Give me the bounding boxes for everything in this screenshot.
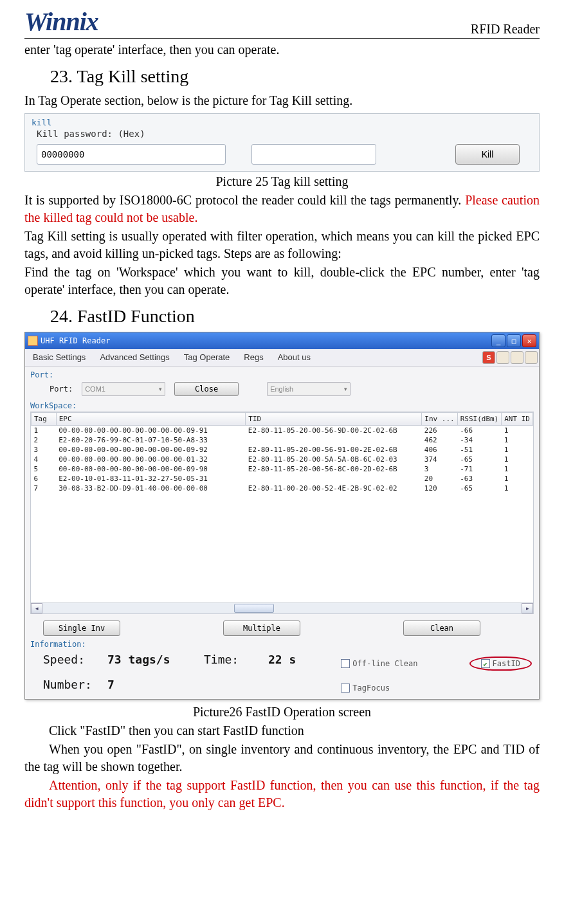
header-right: RFID Reader	[471, 22, 540, 37]
cell-tid: E2-80-11-05-20-00-5A-5A-0B-6C-02-03	[246, 455, 422, 464]
workspace-table-wrap: TagEPCTIDInv ...RSSI(dBm)ANT ID 100-00-0…	[30, 412, 534, 614]
cell-inv: 20	[422, 474, 457, 484]
checkbox-icon	[341, 659, 350, 668]
column-header[interactable]: Tag	[32, 413, 57, 426]
speed-label: Speed:	[43, 653, 101, 666]
maximize-button[interactable]: □	[507, 334, 521, 347]
section-24-heading: 24. FastID Function	[50, 306, 540, 327]
multiple-button[interactable]: Multiple	[223, 621, 300, 636]
cell-epc: 00-00-00-00-00-00-00-00-00-00-09-92	[56, 445, 246, 455]
picture25-caption: Picture 25 Tag kill setting	[24, 174, 540, 189]
single-inv-button[interactable]: Single Inv	[43, 621, 120, 636]
cell-epc: 00-00-00-00-00-00-00-00-00-00-01-32	[56, 455, 246, 464]
workspace-label: WorkSpace:	[30, 401, 534, 410]
picture26-caption: Picture26 FastID Operation screen	[24, 705, 540, 720]
cell-rssi: -66	[457, 426, 502, 436]
cell-tag: 3	[32, 445, 57, 455]
cell-tid: E2-80-11-00-20-00-52-4E-2B-9C-02-02	[246, 484, 422, 493]
port-close-button[interactable]: Close	[174, 382, 239, 396]
scroll-right-arrow[interactable]: ▸	[522, 603, 533, 613]
kill-button[interactable]: Kill	[455, 144, 520, 165]
ime-icon[interactable]: S	[482, 351, 495, 364]
cell-inv: 3	[422, 464, 457, 474]
cell-rssi: -71	[457, 464, 502, 474]
fastid-highlight-ellipse: ✔FastID	[469, 657, 532, 671]
table-row[interactable]: 300-00-00-00-00-00-00-00-00-00-09-92E2-8…	[32, 445, 533, 455]
page-header: Winnix RFID Reader	[24, 6, 540, 39]
cell-tag: 7	[32, 484, 57, 493]
menu-tag-operate[interactable]: Tag Operate	[177, 351, 237, 364]
information-label: Information:	[30, 640, 534, 649]
speed-value: 73 tags/s	[107, 653, 197, 666]
horizontal-scrollbar[interactable]: ◂ ▸	[31, 602, 533, 613]
column-header[interactable]: RSSI(dBm)	[457, 413, 502, 426]
fastid-label: FastID	[493, 659, 520, 668]
tray-icon-3[interactable]	[525, 351, 538, 364]
cell-ant: 1	[502, 455, 533, 464]
cell-tid: E2-80-11-05-20-00-56-91-00-2E-02-6B	[246, 445, 422, 455]
cell-inv: 226	[422, 426, 457, 436]
cell-epc: 30-08-33-B2-DD-D9-01-40-00-00-00-00	[56, 484, 246, 493]
menu-basic-settings[interactable]: Basic Settings	[26, 351, 92, 364]
language-select[interactable]: English▾	[267, 382, 350, 396]
column-header[interactable]: ANT ID	[502, 413, 533, 426]
cell-tid	[246, 435, 422, 445]
column-header[interactable]: Inv ...	[422, 413, 457, 426]
sec23-p2: Tag Kill setting is usually operated wit…	[24, 228, 540, 262]
cell-epc: 00-00-00-00-00-00-00-00-00-00-09-91	[56, 426, 246, 436]
kill-secondary-input[interactable]	[251, 144, 376, 165]
table-row[interactable]: 100-00-00-00-00-00-00-00-00-00-09-91E2-8…	[32, 426, 533, 436]
port-group-label: Port:	[30, 370, 534, 379]
app-window: UHF RFID Reader _ □ ✕ Basic SettingsAdva…	[24, 332, 540, 700]
tray-icon-1[interactable]	[496, 351, 509, 364]
column-header[interactable]: EPC	[56, 413, 246, 426]
section-23-heading: 23. Tag Kill setting	[50, 66, 540, 87]
cell-inv: 462	[422, 435, 457, 445]
tagfocus-checkbox[interactable]: TagFocus	[341, 684, 532, 693]
offline-clean-label: Off-line Clean	[352, 659, 417, 668]
table-row[interactable]: 2E2-00-20-76-99-0C-01-07-10-50-A8-33462-…	[32, 435, 533, 445]
cell-tag: 5	[32, 464, 57, 474]
fastid-checkbox[interactable]: ✔FastID	[481, 659, 520, 668]
menu-advanced-settings[interactable]: Advanced Settings	[93, 351, 176, 364]
cell-inv: 120	[422, 484, 457, 493]
window-close-button[interactable]: ✕	[522, 334, 536, 347]
menu-regs[interactable]: Regs	[237, 351, 269, 364]
checkbox-checked-icon: ✔	[481, 659, 490, 668]
sec23-p1: It is supported by ISO18000-6C protocol …	[24, 192, 540, 226]
cell-rssi: -51	[457, 445, 502, 455]
cell-ant: 1	[502, 435, 533, 445]
time-value: 22 s	[268, 653, 296, 666]
table-row[interactable]: 730-08-33-B2-DD-D9-01-40-00-00-00-00E2-8…	[32, 484, 533, 493]
clean-button[interactable]: Clean	[403, 621, 480, 636]
tagfocus-label: TagFocus	[352, 684, 390, 693]
cell-tag: 4	[32, 455, 57, 464]
titlebar: UHF RFID Reader _ □ ✕	[25, 332, 539, 349]
scroll-left-arrow[interactable]: ◂	[31, 603, 42, 613]
column-header[interactable]: TID	[246, 413, 422, 426]
brand-logo: Winnix	[24, 6, 98, 37]
kill-group-label: kill	[32, 118, 532, 127]
kill-password-input[interactable]	[37, 144, 226, 165]
minimize-button[interactable]: _	[491, 334, 505, 347]
table-row[interactable]: 6E2-00-10-01-83-11-01-32-27-50-05-3120-6…	[32, 474, 533, 484]
cell-inv: 406	[422, 445, 457, 455]
port-select[interactable]: COM1▾	[82, 382, 165, 396]
menu-about-us[interactable]: About us	[271, 351, 317, 364]
sec24-p3: Attention, only if the tag support FastI…	[24, 777, 540, 811]
table-row[interactable]: 400-00-00-00-00-00-00-00-00-00-01-32E2-8…	[32, 455, 533, 464]
checkbox-icon	[341, 684, 350, 693]
tray-icon-2[interactable]	[511, 351, 523, 364]
app-icon	[28, 336, 38, 346]
cell-ant: 1	[502, 484, 533, 493]
scroll-thumb[interactable]	[234, 604, 274, 613]
time-label: Time:	[204, 653, 262, 666]
table-row[interactable]: 500-00-00-00-00-00-00-00-00-00-09-90E2-8…	[32, 464, 533, 474]
number-label: Number:	[43, 678, 101, 691]
number-value: 7	[107, 678, 114, 691]
offline-clean-checkbox[interactable]: Off-line Clean	[341, 657, 417, 671]
cell-tid: E2-80-11-05-20-00-56-9D-00-2C-02-6B	[246, 426, 422, 436]
cell-tid	[246, 474, 422, 484]
workspace-table: TagEPCTIDInv ...RSSI(dBm)ANT ID 100-00-0…	[31, 412, 533, 493]
chevron-down-icon: ▾	[344, 386, 347, 392]
